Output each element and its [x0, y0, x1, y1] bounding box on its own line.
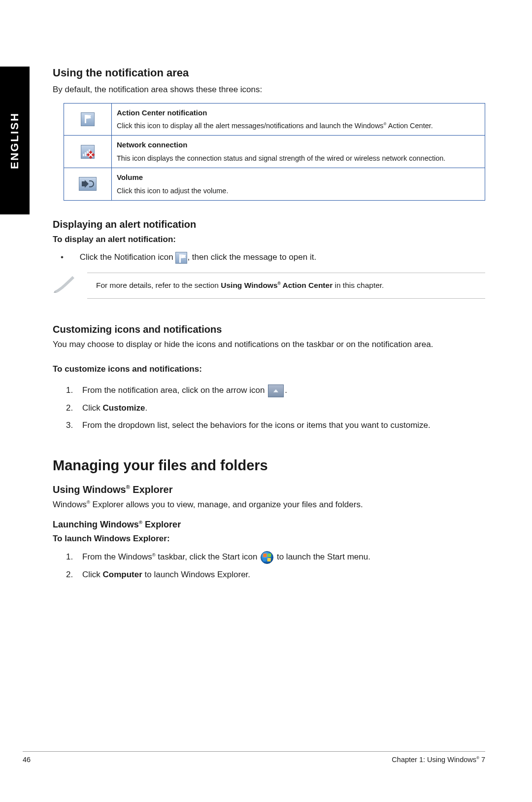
desc-cell-volume: Volume Click this icon to adjust the vol…: [112, 168, 485, 201]
flag-icon: [175, 252, 187, 264]
subheading-launch-explorer: To launch Windows Explorer:: [53, 533, 485, 545]
text: From the notification area, click on the…: [82, 385, 267, 395]
numbered-list: From the Windows® taskbar, click the Sta…: [53, 551, 485, 581]
page-footer: 46 Chapter 1: Using Windows® 7: [23, 751, 485, 765]
list-item: From the Windows® taskbar, click the Sta…: [75, 551, 485, 564]
text: Using Windows: [53, 484, 126, 495]
text: in this chapter.: [332, 281, 384, 289]
icon-cell-network: [64, 136, 112, 168]
row-desc: This icon displays the connection status…: [117, 153, 480, 164]
list-item: From the dropdown list, select the behav…: [75, 419, 485, 432]
note-text: For more details, refer to the section U…: [87, 273, 485, 298]
text: Explorer: [130, 484, 173, 495]
text: Chapter 1: Using Windows: [392, 756, 476, 764]
heading-launching-explorer: Launching Windows® Explorer: [53, 518, 485, 531]
row-title: Volume: [117, 172, 480, 183]
manual-page: ENGLISH Using the notification area By d…: [0, 0, 532, 802]
text: taskbar, click the Start icon: [156, 552, 260, 561]
chapter-label: Chapter 1: Using Windows® 7: [392, 755, 485, 765]
list-item: Click Computer to launch Windows Explore…: [75, 569, 485, 581]
text: .: [285, 385, 287, 395]
bullet-list: Click the Notification icon , then click…: [53, 251, 485, 264]
bold-text: Customize: [103, 403, 145, 413]
list-item: From the notification area, click on the…: [75, 384, 485, 397]
text: Click this icon to display all the alert…: [117, 122, 384, 130]
icon-cell-action-center: [64, 103, 112, 136]
registered-mark: ®: [87, 500, 90, 505]
heading-notification-area: Using the notification area: [53, 65, 485, 81]
text: Action Center: [281, 281, 332, 289]
text: Click the Notification icon: [80, 252, 176, 262]
pen-icon: [53, 274, 87, 298]
intro-notification-area: By default, the notification area shows …: [53, 84, 485, 96]
table-row: Network connection This icon displays th…: [64, 136, 485, 168]
desc-cell-action-center: Action Center notification Click this ic…: [112, 103, 485, 136]
row-desc: Click this icon to adjust the volume.: [117, 186, 480, 196]
volume-icon: [79, 177, 97, 191]
intro-using-explorer: Windows® Explorer allows you to view, ma…: [53, 499, 485, 511]
arrow-up-icon: [268, 384, 284, 397]
text: to launch Windows Explorer.: [142, 570, 250, 579]
intro-customize-icons: You may choose to display or hide the ic…: [53, 339, 485, 351]
subheading-display-alert: To display an alert notification:: [53, 234, 485, 246]
registered-mark: ®: [126, 485, 130, 490]
text: .: [145, 403, 148, 413]
table-row: Action Center notification Click this ic…: [64, 103, 485, 136]
text: Click: [82, 403, 103, 413]
numbered-list: From the notification area, click on the…: [53, 384, 485, 431]
heading-managing-files: Managing your files and folders: [53, 455, 485, 476]
icon-cell-volume: [64, 168, 112, 201]
text: 7: [479, 756, 485, 764]
desc-cell-network: Network connection This icon displays th…: [112, 136, 485, 168]
heading-using-explorer: Using Windows® Explorer: [53, 483, 485, 497]
flag-icon: [81, 112, 95, 126]
text: Click: [82, 570, 103, 579]
text: For more details, refer to the section: [96, 281, 221, 289]
note-box: For more details, refer to the section U…: [53, 273, 485, 298]
list-item: Click Customize.: [75, 402, 485, 415]
heading-display-alert: Displaying an alert notification: [53, 217, 485, 232]
row-desc: Click this icon to display all the alert…: [117, 121, 480, 131]
text: Using Windows: [221, 281, 277, 289]
start-orb-icon: [261, 551, 273, 564]
heading-customize-icons: Customizing icons and notifications: [53, 322, 485, 337]
bold-text: Computer: [103, 570, 142, 579]
subheading-customize-icons: To customize icons and notifications:: [53, 363, 485, 376]
text: Explorer: [142, 520, 181, 529]
registered-mark: ®: [152, 552, 156, 557]
text: Explorer allows you to view, manage, and…: [90, 500, 363, 509]
text: , then click the message to open it.: [187, 252, 316, 262]
text: to launch the Start menu.: [274, 552, 370, 561]
list-item: Click the Notification icon , then click…: [59, 251, 485, 264]
language-tab: ENGLISH: [0, 67, 30, 214]
notification-icons-table: Action Center notification Click this ic…: [64, 103, 485, 201]
table-row: Volume Click this icon to adjust the vol…: [64, 168, 485, 201]
text: From the Windows: [82, 552, 152, 561]
row-title: Action Center notification: [117, 107, 480, 118]
network-icon: [81, 145, 95, 159]
text: Launching Windows: [53, 520, 139, 529]
text: Action Center.: [386, 122, 432, 130]
row-title: Network connection: [117, 139, 480, 150]
text: Windows: [53, 500, 87, 509]
page-number: 46: [23, 755, 31, 765]
page-content: Using the notification area By default, …: [53, 65, 485, 588]
